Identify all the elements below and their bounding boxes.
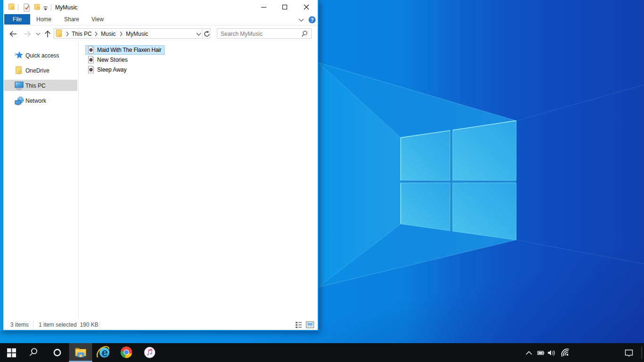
svg-text:?: ? — [311, 17, 314, 23]
